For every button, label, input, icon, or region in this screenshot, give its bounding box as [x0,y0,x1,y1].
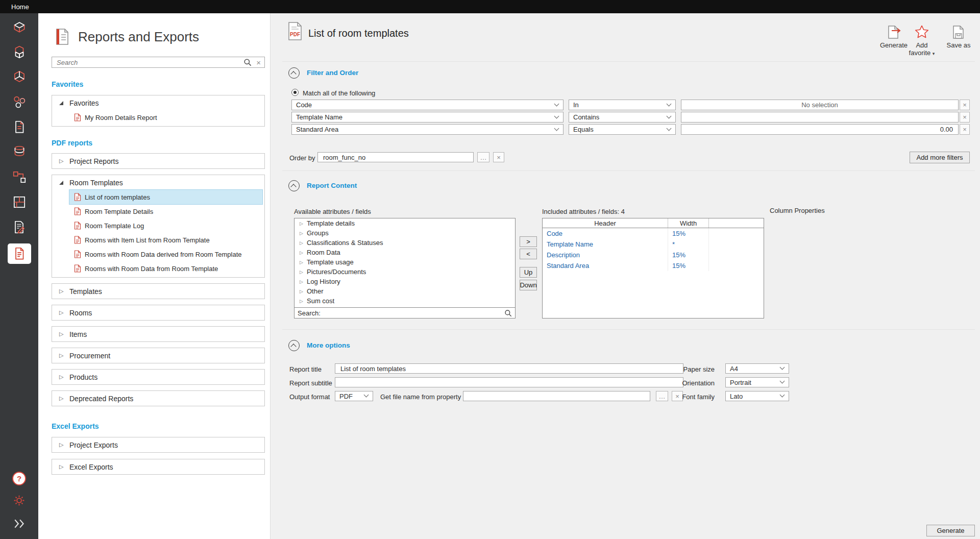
report-title-input[interactable] [339,364,679,373]
report-item-rooms-with-item-list[interactable]: Rooms with Item List from Room Template [69,233,262,247]
report-subtitle-input-wrap [335,377,683,387]
table-row[interactable]: Standard Area 15% [543,260,764,271]
filter-value-input[interactable] [685,113,954,121]
home-tab[interactable]: Home [11,3,29,11]
filter-field-select[interactable]: Standard Area [291,124,564,135]
site-model-icon[interactable] [8,18,31,36]
font-family-select[interactable]: Lato [725,391,789,401]
save-as-button[interactable]: Save as [941,24,976,49]
collapse-content-section-icon[interactable] [288,180,300,191]
move-right-button[interactable]: > [520,236,537,247]
forms-icon[interactable] [8,218,31,236]
systems-icon[interactable] [8,68,31,86]
remove-filter-button[interactable]: × [960,124,970,135]
report-item-room-template-details[interactable]: Room Template Details [69,204,262,218]
report-item-room-template-log[interactable]: Room Template Log [69,218,262,233]
group-header-excel-exports[interactable]: ▷ Excel Exports [52,459,264,474]
attribute-group-row[interactable]: ▷Template details [295,218,515,228]
table-row[interactable]: Template Name * [543,239,764,250]
group-header-products[interactable]: ▷ Products [52,370,264,384]
move-left-button[interactable]: < [520,249,537,259]
header-divider [282,61,975,62]
paper-size-select[interactable]: A4 [725,363,789,374]
filter-value-picker[interactable]: No selection [681,100,959,110]
match-all-radio[interactable] [291,89,299,96]
filter-field-select[interactable]: Template Name [291,112,564,122]
move-down-button[interactable]: Down [520,280,537,290]
filter-value-input-wrap [681,112,959,122]
group-header-items[interactable]: ▷ Items [52,327,264,341]
chevron-down-icon [364,393,369,398]
search-icon[interactable] [504,309,512,317]
move-up-button[interactable]: Up [520,267,537,278]
attribute-group-row[interactable]: ▷Sum cost [295,296,515,306]
building-model-icon[interactable] [8,43,31,61]
attributes-search-input[interactable] [321,309,504,317]
excel-exports-heading: Excel Exports [52,423,265,430]
file-name-property-input[interactable] [468,392,646,401]
attribute-group-row[interactable]: ▷Pictures/Documents [295,267,515,277]
attribute-group-row[interactable]: ▷Room Data [295,248,515,257]
filter-value-number-input[interactable] [685,125,954,134]
collapse-options-section-icon[interactable] [288,340,300,351]
group-header-deprecated-reports[interactable]: ▷ Deprecated Reports [52,391,264,406]
remove-filter-button[interactable]: × [960,112,970,122]
table-header-row: Header Width [543,218,764,228]
clear-order-by-button[interactable]: × [493,152,504,162]
search-input[interactable] [56,58,239,67]
expand-triangle-icon: ▷ [59,464,65,470]
attribute-group-row[interactable]: ▷Groups [295,228,515,238]
search-icon[interactable] [243,58,252,66]
group-header-room-templates[interactable]: Room Templates [52,175,264,190]
filter-operator-select[interactable]: In [569,100,676,110]
attribute-group-row[interactable]: ▷Template usage [295,257,515,267]
title-bar: Home [0,0,980,13]
module-rail: ? [0,13,38,539]
database-icon[interactable] [8,143,31,161]
report-item-rooms-room-data-derived[interactable]: Rooms with Room Data derived from Room T… [69,247,262,261]
table-row[interactable]: Code 15% [543,228,764,239]
add-more-filters-button[interactable]: Add more filters [910,152,970,163]
group-header-project-exports[interactable]: ▷ Project Exports [52,437,264,452]
attribute-group-row[interactable]: ▷Log History [295,277,515,286]
filter-operator-select[interactable]: Contains [569,112,676,122]
report-item-list-of-room-templates[interactable]: List of room templates [69,190,262,204]
group-header-project-reports[interactable]: ▷ Project Reports [52,154,264,168]
generate-icon [886,24,901,40]
workflow-icon[interactable] [8,168,31,186]
clear-search-icon[interactable]: × [256,59,261,66]
favorites-group-header[interactable]: Favorites [52,95,264,110]
reports-icon[interactable] [8,243,31,264]
settings-icon[interactable] [12,494,26,509]
add-favorite-button[interactable]: Add favorite ▾ [906,24,938,58]
attribute-group-row[interactable]: ▷Other [295,286,515,296]
rooms-icon[interactable] [8,193,31,211]
expand-triangle-icon: ▷ [59,374,65,380]
filter-field-select[interactable]: Code [291,100,564,110]
collapse-filter-section-icon[interactable] [288,67,300,79]
order-by-input[interactable] [322,153,469,162]
attribute-group-row[interactable]: ▷Classifications & Statuses [295,238,515,248]
expand-triangle-icon: ▷ [59,331,65,337]
group-header-rooms[interactable]: ▷ Rooms [52,305,264,320]
group-header-templates[interactable]: ▷ Templates [52,284,264,299]
generate-report-button[interactable]: Generate [926,525,975,536]
output-format-select[interactable]: PDF [335,391,373,401]
remove-filter-button[interactable]: × [960,100,970,110]
help-icon[interactable]: ? [12,472,26,485]
report-item-my-room-details[interactable]: My Room Details Report [69,110,262,125]
orientation-select[interactable]: Portrait [725,377,789,387]
product-network-icon[interactable] [8,93,31,111]
documents-icon[interactable] [8,118,31,136]
expand-panel-icon[interactable] [12,518,27,532]
table-row[interactable]: Description 15% [543,250,764,260]
filter-operator-select[interactable]: Equals [569,124,676,135]
group-project-reports: ▷ Project Reports [52,153,265,169]
report-subtitle-label: Report subtitle [289,379,332,387]
report-subtitle-input[interactable] [339,378,679,387]
ellipsis-icon: … [480,154,487,161]
report-item-rooms-room-data[interactable]: Rooms with Room Data from Room Template [69,261,262,276]
order-by-browse-button[interactable]: … [477,152,489,162]
section-divider [282,329,975,330]
group-header-procurement[interactable]: ▷ Procurement [52,348,264,363]
